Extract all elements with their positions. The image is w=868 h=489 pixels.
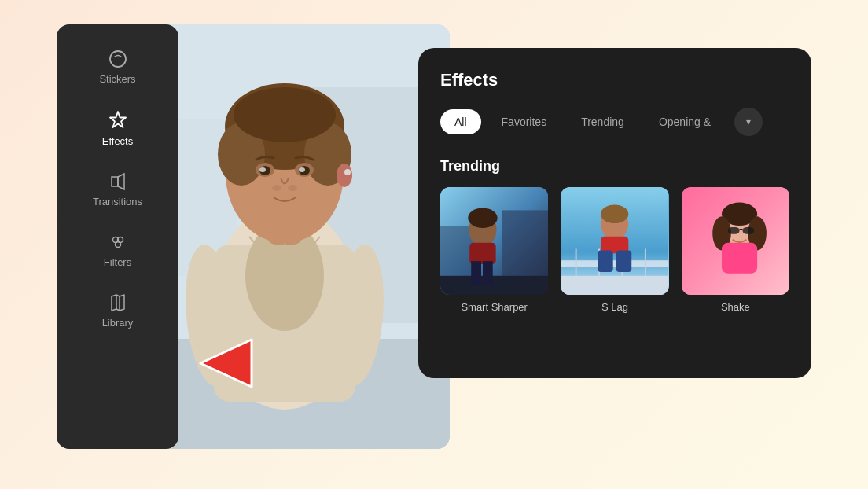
effect-label-shake: Shake — [682, 301, 789, 313]
effect-card-shake[interactable]: Shake — [682, 187, 789, 313]
effect-label-s-lag: S Lag — [561, 301, 668, 313]
sidebar-item-stickers-label: Stickers — [99, 73, 135, 85]
svg-rect-46 — [561, 276, 668, 296]
stickers-icon — [108, 50, 127, 68]
main-container: Stickers Effects Transitions — [57, 24, 811, 465]
svg-point-0 — [110, 51, 126, 67]
tab-dropdown-button[interactable]: ▾ — [734, 108, 763, 136]
tab-favorites[interactable]: Favorites — [487, 109, 561, 134]
sidebar-item-transitions-label: Transitions — [93, 196, 142, 208]
sidebar-item-filters[interactable]: Filters — [57, 223, 178, 278]
svg-rect-39 — [483, 261, 493, 284]
effects-icon — [108, 110, 128, 131]
trending-section-title: Trending — [440, 158, 789, 175]
effects-grid: Smart Sharper — [440, 187, 789, 313]
sidebar-item-stickers[interactable]: Stickers — [57, 40, 178, 94]
sidebar-item-effects[interactable]: Effects — [57, 101, 178, 156]
svg-rect-41 — [561, 260, 668, 267]
svg-rect-57 — [722, 243, 757, 274]
filter-tabs: All Favorites Trending Opening & ▾ — [440, 108, 789, 136]
sidebar-item-library[interactable]: Library — [57, 284, 178, 338]
svg-rect-51 — [616, 250, 632, 271]
effect-thumbnail-s-lag — [561, 187, 668, 295]
sidebar-item-filters-label: Filters — [104, 256, 131, 268]
effect-thumbnail-smart-sharper — [440, 187, 548, 295]
effect-card-s-lag[interactable]: S Lag — [561, 187, 668, 313]
effects-panel: Effects All Favorites Trending Opening &… — [418, 48, 811, 378]
library-icon — [108, 293, 127, 312]
chevron-down-icon: ▾ — [746, 116, 751, 127]
svg-point-48 — [601, 205, 628, 224]
svg-point-27 — [337, 164, 352, 187]
svg-rect-59 — [742, 227, 754, 234]
svg-point-3 — [115, 242, 120, 248]
svg-rect-50 — [598, 250, 613, 271]
svg-point-25 — [272, 185, 281, 191]
svg-rect-38 — [471, 261, 481, 284]
svg-point-24 — [299, 167, 305, 172]
svg-point-23 — [259, 167, 266, 172]
effects-panel-title: Effects — [440, 70, 789, 90]
svg-point-28 — [344, 169, 351, 175]
tab-opening[interactable]: Opening & — [645, 109, 725, 134]
sidebar-item-library-label: Library — [102, 317, 134, 329]
svg-rect-34 — [440, 276, 548, 296]
svg-rect-37 — [469, 243, 495, 264]
svg-point-36 — [468, 208, 497, 228]
tab-all[interactable]: All — [440, 109, 481, 134]
effect-thumbnail-shake — [682, 187, 789, 295]
sidebar: Stickers Effects Transitions — [57, 24, 178, 449]
sidebar-item-transitions[interactable]: Transitions — [57, 163, 178, 217]
effect-label-smart-sharper: Smart Sharper — [440, 301, 548, 313]
tab-trending[interactable]: Trending — [567, 109, 638, 134]
filters-icon — [108, 233, 127, 252]
effect-card-smart-sharper[interactable]: Smart Sharper — [440, 187, 548, 313]
svg-rect-58 — [728, 227, 740, 234]
transitions-icon — [108, 172, 127, 191]
sidebar-item-effects-label: Effects — [102, 135, 134, 147]
svg-point-18 — [234, 87, 336, 142]
svg-point-26 — [288, 185, 297, 191]
